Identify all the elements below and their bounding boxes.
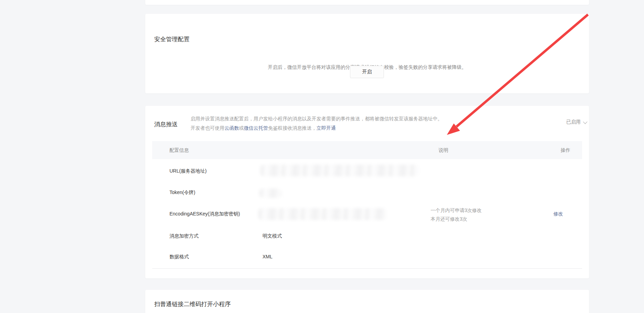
redacted-url-value [260, 165, 419, 176]
column-header-config: 配置信息 [169, 147, 189, 154]
row-label-data-format: 数据格式 [169, 254, 189, 260]
column-header-note: 说明 [439, 147, 448, 154]
desc-or: 或 [239, 125, 244, 131]
status-dropdown[interactable]: 已启用 [566, 119, 586, 125]
previous-card-bottom-edge [145, 0, 589, 5]
message-push-description-line2: 开发者也可使用云函数或微信云托管免鉴权接收消息推送，立即开通 [191, 125, 336, 131]
enable-button[interactable]: 开启 [350, 66, 384, 78]
modify-link[interactable]: 修改 [553, 211, 563, 217]
row-label-url: URL(服务器地址) [169, 168, 206, 174]
row-label-encrypt-mode: 消息加密方式 [169, 233, 199, 239]
desc-prefix: 开发者也可使用 [191, 125, 224, 131]
status-label: 已启用 [566, 119, 581, 125]
cloud-hosting-link[interactable]: 微信云托管 [244, 125, 268, 131]
row-label-aeskey: EncodingAESKey(消息加密密钥) [169, 211, 240, 217]
table-header-row: 配置信息 说明 操作 [152, 141, 582, 159]
security-config-card: 安全管理配置 开启后，微信开放平台将对该应用的分享请求进行签名校验，验签失败的分… [145, 14, 589, 93]
message-push-title: 消息推送 [154, 120, 178, 128]
column-header-action: 操作 [561, 147, 570, 154]
activate-now-link[interactable]: 立即开通 [316, 125, 336, 131]
message-push-description-line1: 启用并设置消息推送配置后，用户发给小程序的消息以及开发者需要的事件推送，都将被微… [191, 116, 442, 122]
redacted-token-value [259, 188, 282, 198]
redacted-aeskey-value [258, 208, 386, 220]
qr-link-card: 扫普通链接二维码打开小程序 [145, 290, 589, 313]
cloud-function-link[interactable]: 云函数 [224, 125, 239, 131]
qr-card-title: 扫普通链接二维码打开小程序 [154, 300, 231, 308]
chevron-down-icon [583, 119, 588, 124]
row-label-token: Token(令牌) [169, 190, 195, 196]
desc-mid: 免鉴权接收消息推送， [268, 125, 316, 131]
row-value-data-format: XML [263, 254, 273, 259]
aeskey-note-line1: 一个月内可申请3次修改 [431, 206, 482, 215]
aeskey-modify-note: 一个月内可申请3次修改 本月还可修改3次 [431, 206, 482, 223]
row-value-encrypt-mode: 明文模式 [263, 233, 282, 239]
message-push-card: 消息推送 启用并设置消息推送配置后，用户发给小程序的消息以及开发者需要的事件推送… [145, 106, 589, 278]
security-card-title: 安全管理配置 [154, 35, 190, 43]
aeskey-note-line2: 本月还可修改3次 [431, 215, 482, 223]
table-bottom-divider [152, 268, 582, 269]
